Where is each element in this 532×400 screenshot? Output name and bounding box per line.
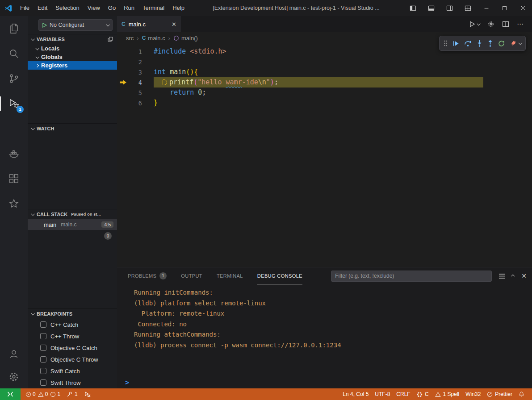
breakpoint-cpp-throw[interactable]: C++ Throw	[28, 330, 117, 342]
watch-section-header[interactable]: WATCH	[28, 124, 117, 133]
menu-go[interactable]: Go	[104, 0, 120, 16]
section-action-icon[interactable]	[107, 36, 113, 42]
maximize-button[interactable]	[495, 0, 514, 16]
drag-handle-icon[interactable]	[444, 40, 448, 47]
activity-item-docker[interactable]	[0, 141, 28, 166]
current-line-arrow-icon[interactable]	[117, 80, 129, 85]
code-text[interactable]: return 0;	[154, 88, 206, 98]
settings-gear-icon[interactable]	[487, 21, 494, 28]
formatter-status[interactable]: Prettier	[484, 388, 515, 400]
menu-selection[interactable]: Selection	[51, 0, 83, 16]
activity-item-accounts[interactable]	[0, 342, 28, 365]
split-editor-icon[interactable]	[502, 21, 509, 28]
breadcrumb-folder[interactable]: src	[126, 35, 134, 42]
run-or-debug-button[interactable]	[469, 21, 480, 28]
panel-menu-icon[interactable]	[498, 273, 505, 279]
step-into-button[interactable]	[477, 40, 482, 47]
notifications-bell[interactable]	[515, 388, 528, 400]
spell-checker-status[interactable]: 1 Spell	[432, 388, 463, 400]
toggle-panel-icon[interactable]	[422, 0, 440, 16]
code-line-4-current[interactable]: 4 printf("hello wamr-ide\n");	[117, 77, 532, 88]
activity-item-extensions[interactable]	[0, 166, 28, 191]
stack-frame-file: main.c	[61, 221, 76, 228]
menu-run[interactable]: Run	[120, 0, 138, 16]
tab-output[interactable]: OUTPUT	[181, 267, 202, 284]
code-text[interactable]: }	[154, 98, 158, 108]
restart-button[interactable]	[498, 40, 505, 47]
breakpoint-objc-throw[interactable]: Objective C Throw	[28, 354, 117, 365]
more-actions-icon[interactable]: ⋯	[517, 20, 524, 28]
code-line-6[interactable]: 6 }	[117, 98, 532, 108]
tab-debug-console[interactable]: DEBUG CONSOLE	[257, 267, 302, 284]
encoding[interactable]: UTF-8	[372, 388, 393, 400]
activity-item-remote-explorer[interactable]	[0, 116, 28, 141]
step-out-button[interactable]	[487, 40, 493, 47]
code-line-5[interactable]: 5 return 0;	[117, 88, 532, 98]
toolchain-status[interactable]: 1	[63, 388, 81, 400]
breakpoints-section-header[interactable]: BREAKPOINTS	[28, 309, 117, 319]
platform-status[interactable]: Win32	[462, 388, 484, 400]
close-panel-icon[interactable]: ✕	[521, 272, 527, 279]
activity-item-search[interactable]	[0, 41, 28, 66]
debug-config-dropdown[interactable]: No Configurat	[38, 19, 113, 31]
remote-indicator[interactable]	[0, 388, 21, 400]
stack-frame-row[interactable]: main main.c 4:5	[28, 219, 117, 230]
minimize-button[interactable]	[477, 0, 495, 16]
cursor-position[interactable]: Ln 4, Col 5	[339, 388, 372, 400]
breakpoint-objc-catch[interactable]: Objective C Catch	[28, 342, 117, 354]
breadcrumb-symbol[interactable]: main()	[173, 35, 198, 42]
tab-main-c[interactable]: C main.c ✕	[117, 16, 181, 32]
breadcrumb-file[interactable]: C main.c	[142, 35, 165, 42]
menu-view[interactable]: View	[84, 0, 104, 16]
activity-item-star[interactable]	[0, 191, 28, 216]
menu-help[interactable]: Help	[168, 0, 189, 16]
code-line-3[interactable]: 3 int main(){	[117, 67, 532, 77]
debug-status-icon[interactable]	[81, 388, 94, 400]
docker-icon	[8, 148, 20, 159]
variables-scope-locals[interactable]: Locals	[28, 44, 117, 53]
breakpoint-swift-throw[interactable]: Swift Throw	[28, 377, 117, 388]
checkbox[interactable]	[40, 321, 46, 328]
status-bar: 0 0 1 1 Ln 4, Col 5 UTF-8	[0, 388, 532, 400]
activity-item-settings[interactable]	[0, 365, 28, 388]
variables-scope-globals[interactable]: Globals	[28, 53, 117, 61]
continue-button[interactable]	[452, 40, 459, 47]
breakpoint-cpp-catch[interactable]: C++ Catch	[28, 319, 117, 330]
problems-status[interactable]: 0 0 1	[22, 388, 63, 400]
activity-item-explorer[interactable]	[0, 16, 28, 41]
disconnect-button[interactable]	[510, 40, 521, 47]
code-text[interactable]: int main(){	[154, 67, 198, 77]
maximize-panel-icon[interactable]	[511, 274, 515, 278]
breakpoint-swift-catch[interactable]: Swift Catch	[28, 365, 117, 377]
variables-scope-registers[interactable]: Registers	[28, 61, 117, 70]
checkbox[interactable]	[40, 379, 46, 386]
close-window-button[interactable]	[514, 0, 532, 16]
code-text[interactable]: printf("hello wamr-ide\n");	[154, 77, 483, 88]
call-stack-section-header[interactable]: CALL STACK Paused on st...	[28, 209, 117, 219]
toggle-secondary-sidebar-icon[interactable]	[440, 0, 459, 16]
console-filter-input[interactable]	[331, 271, 492, 282]
checkbox[interactable]	[40, 356, 46, 362]
menu-edit[interactable]: Edit	[34, 0, 51, 16]
console-line: Platform: remote-linux	[134, 308, 532, 319]
tab-problems[interactable]: PROBLEMS 1	[128, 267, 167, 284]
code-line-2[interactable]: 2	[117, 57, 532, 67]
menu-file[interactable]: File	[16, 0, 34, 16]
toggle-sidebar-icon[interactable]	[404, 0, 422, 16]
variables-section-header[interactable]: VARIABLES	[28, 34, 117, 44]
checkbox[interactable]	[40, 368, 46, 374]
menu-terminal[interactable]: Terminal	[138, 0, 168, 16]
console-input[interactable]: >	[117, 377, 532, 388]
checkbox[interactable]	[40, 345, 46, 351]
close-tab-icon[interactable]: ✕	[172, 21, 176, 28]
customize-layout-icon[interactable]	[459, 0, 477, 16]
code-editor[interactable]: 1 #include <stdio.h> 2 3 int main(){	[117, 44, 532, 267]
checkbox[interactable]	[40, 333, 46, 339]
language-mode[interactable]: {} C	[414, 388, 432, 400]
step-over-button[interactable]	[464, 40, 472, 47]
activity-item-source-control[interactable]	[0, 66, 28, 91]
eol-indicator[interactable]: CRLF	[393, 388, 413, 400]
activity-item-run-and-debug[interactable]: 1	[0, 91, 28, 116]
tab-terminal[interactable]: TERMINAL	[217, 267, 243, 284]
code-text[interactable]: #include <stdio.h>	[154, 46, 226, 57]
